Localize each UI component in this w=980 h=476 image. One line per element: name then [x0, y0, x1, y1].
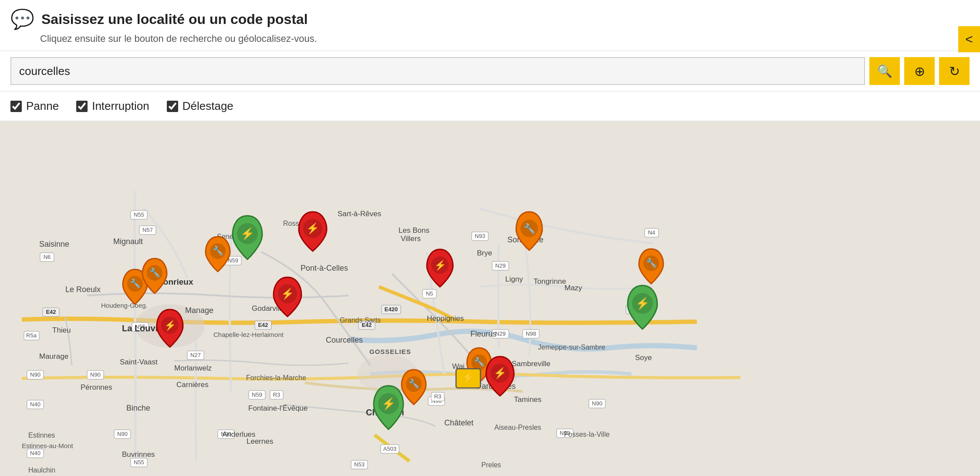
- filter-panne[interactable]: Panne: [10, 99, 59, 113]
- svg-text:Mazy: Mazy: [564, 284, 582, 292]
- svg-text:N59: N59: [228, 257, 238, 264]
- svg-text:Pont-à-Celles: Pont-à-Celles: [301, 264, 348, 272]
- chat-icon: 💬: [10, 8, 34, 31]
- svg-text:Houdeng-Goeg.: Houdeng-Goeg.: [101, 302, 148, 309]
- svg-text:N90: N90: [117, 431, 128, 437]
- svg-text:🔧: 🔧: [149, 267, 160, 278]
- svg-text:A503: A503: [383, 445, 396, 452]
- svg-text:N90: N90: [90, 371, 101, 378]
- header-title: Saisissez une localité ou un code postal: [41, 11, 308, 27]
- svg-text:Manage: Manage: [185, 306, 213, 315]
- svg-text:N90: N90: [592, 400, 602, 407]
- svg-text:N4: N4: [648, 229, 656, 236]
- svg-text:Grands Sarts: Grands Sarts: [340, 316, 381, 324]
- search-input[interactable]: [10, 57, 865, 85]
- svg-text:N5: N5: [426, 290, 433, 297]
- svg-text:Fleurus: Fleurus: [470, 330, 497, 338]
- svg-text:Villers: Villers: [401, 235, 421, 243]
- svg-text:Leernes: Leernes: [247, 437, 273, 445]
- svg-text:Binche: Binche: [126, 404, 150, 412]
- svg-text:N98: N98: [526, 330, 536, 337]
- svg-text:R3: R3: [273, 391, 280, 398]
- svg-text:Fontaine-l'Évêque: Fontaine-l'Évêque: [248, 404, 308, 412]
- svg-text:Brye: Brye: [477, 249, 492, 257]
- svg-text:⚡: ⚡: [281, 287, 294, 300]
- collapse-icon: <: [965, 32, 973, 47]
- svg-text:Ligny: Ligny: [505, 275, 523, 283]
- svg-text:R5a: R5a: [26, 332, 37, 339]
- svg-text:⚡: ⚡: [306, 222, 319, 235]
- svg-text:Aiseau-Presles: Aiseau-Presles: [494, 424, 541, 431]
- filter-interruption[interactable]: Interruption: [76, 99, 149, 113]
- svg-text:⚡: ⚡: [382, 397, 396, 411]
- svg-text:N29: N29: [495, 262, 506, 269]
- svg-text:⚡: ⚡: [240, 227, 255, 241]
- svg-text:Heppignies: Heppignies: [427, 314, 464, 323]
- checkbox-panne[interactable]: [10, 101, 22, 112]
- svg-text:Châtelet: Châtelet: [444, 418, 473, 427]
- svg-text:Jemeppe-sur-Sambre: Jemeppe-sur-Sambre: [538, 343, 605, 351]
- svg-text:⚡: ⚡: [493, 367, 507, 379]
- svg-text:N55: N55: [134, 459, 144, 466]
- svg-text:⚡: ⚡: [164, 320, 176, 331]
- filter-delestage-label: Délestage: [182, 99, 233, 113]
- filter-row: Panne Interruption Délestage: [0, 92, 980, 121]
- svg-text:N55: N55: [134, 211, 144, 218]
- svg-text:Morlanwelz: Morlanwelz: [174, 364, 212, 372]
- collapse-button[interactable]: <: [958, 26, 980, 52]
- header-section: 💬 Saisissez une localité ou un code post…: [0, 0, 980, 51]
- svg-text:Estinnes: Estinnes: [28, 432, 55, 439]
- svg-text:Thieu: Thieu: [52, 326, 71, 334]
- locate-button[interactable]: ⊕: [904, 57, 935, 85]
- refresh-icon: ↻: [949, 64, 960, 79]
- search-icon: 🔍: [877, 64, 892, 78]
- svg-text:N6: N6: [44, 254, 51, 260]
- svg-text:Saisinne: Saisinne: [39, 240, 69, 248]
- svg-text:Les Bons: Les Bons: [399, 226, 429, 235]
- svg-text:E42: E42: [258, 322, 268, 328]
- filter-panne-label: Panne: [26, 99, 59, 113]
- svg-text:Tamines: Tamines: [514, 395, 541, 404]
- svg-text:🔧: 🔧: [130, 278, 141, 289]
- svg-text:N57: N57: [142, 227, 153, 233]
- svg-text:Carnières: Carnières: [176, 381, 209, 389]
- map-background: N6 N55 N57 N59 N27 N55 N90 N40 N: [0, 121, 980, 476]
- filter-interruption-label: Interruption: [92, 99, 149, 113]
- svg-text:🔧: 🔧: [474, 357, 485, 367]
- svg-text:🔧: 🔧: [524, 223, 536, 235]
- svg-text:N90: N90: [30, 371, 41, 378]
- svg-text:🔧: 🔧: [646, 258, 657, 268]
- map-container[interactable]: N6 N55 N57 N59 N27 N55 N90 N40 N: [0, 121, 980, 476]
- svg-rect-0: [0, 121, 980, 476]
- checkbox-delestage[interactable]: [167, 101, 178, 112]
- svg-text:Le Roeulx: Le Roeulx: [65, 285, 101, 294]
- svg-text:N53: N53: [354, 461, 365, 468]
- svg-text:🔧: 🔧: [409, 378, 419, 389]
- svg-text:E420: E420: [385, 306, 398, 313]
- svg-text:⚡: ⚡: [635, 296, 650, 310]
- svg-text:Forchies-la-Marche: Forchies-la-Marche: [246, 374, 306, 381]
- svg-text:N29: N29: [495, 330, 506, 337]
- svg-text:Estinnes-au-Mont: Estinnes-au-Mont: [22, 442, 73, 449]
- svg-text:GOSSELIES: GOSSELIES: [369, 348, 411, 355]
- svg-text:🔧: 🔧: [213, 245, 223, 256]
- svg-text:N40: N40: [30, 401, 41, 408]
- svg-text:N93: N93: [475, 233, 485, 239]
- svg-text:Soye: Soye: [635, 354, 652, 362]
- svg-text:Mignault: Mignault: [113, 237, 143, 246]
- search-button[interactable]: 🔍: [869, 57, 900, 85]
- refresh-button[interactable]: ↻: [939, 57, 970, 85]
- svg-text:⚡: ⚡: [434, 259, 446, 271]
- locate-icon: ⊕: [914, 64, 925, 79]
- checkbox-interruption[interactable]: [76, 101, 88, 112]
- svg-text:Péronnes: Péronnes: [81, 383, 112, 391]
- svg-text:Sambreville: Sambreville: [512, 360, 551, 368]
- filter-delestage[interactable]: Délestage: [167, 99, 233, 113]
- svg-text:Haulchin: Haulchin: [28, 466, 55, 474]
- svg-text:Courcelles: Courcelles: [326, 336, 363, 344]
- svg-text:N27: N27: [190, 352, 201, 358]
- svg-text:Maurage: Maurage: [39, 352, 68, 360]
- search-row: 🔍 ⊕ ↻: [0, 51, 980, 92]
- svg-text:N40: N40: [30, 450, 41, 456]
- svg-text:Buvrinnes: Buvrinnes: [122, 450, 155, 459]
